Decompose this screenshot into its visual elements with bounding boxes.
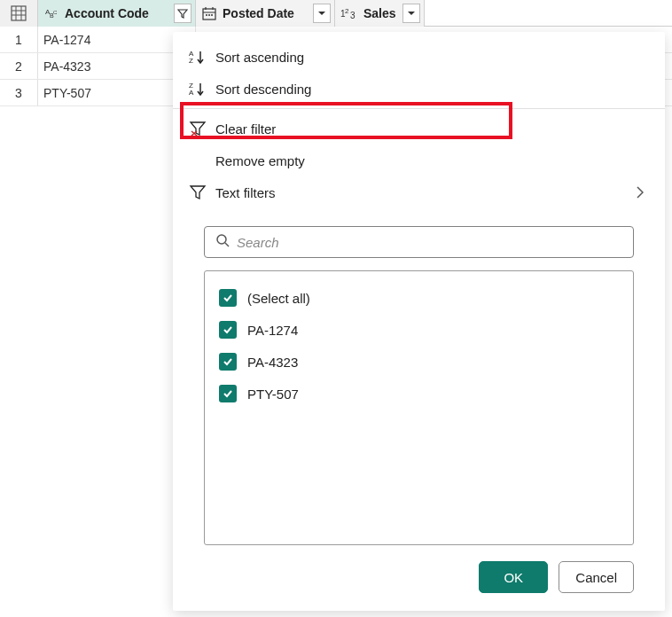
date-type-icon [201, 5, 217, 21]
clear-filter-item[interactable]: Clear filter [173, 113, 665, 144]
caret-down-icon [317, 11, 326, 16]
header-row: A B C Account Code [0, 0, 672, 27]
filter-item-label: (Select all) [247, 291, 310, 306]
filter-item-select-all[interactable]: (Select all) [214, 282, 624, 314]
cancel-button[interactable]: Cancel [559, 561, 634, 593]
column-label: Account Code [65, 6, 171, 20]
row-number: 3 [0, 80, 38, 105]
search-icon [215, 233, 230, 251]
text-type-icon: A B C [43, 5, 59, 21]
dialog-buttons: OK Cancel [173, 545, 665, 611]
column-header-account-code[interactable]: A B C Account Code [38, 0, 196, 27]
remove-empty-item[interactable]: Remove empty [173, 144, 665, 176]
filter-item-label: PTY-507 [247, 387, 299, 402]
checkbox-checked[interactable] [219, 385, 237, 402]
filter-icon [189, 184, 215, 200]
filter-item[interactable]: PA-1274 [214, 314, 624, 346]
filter-dropdown-panel: A Z Sort ascending Z A Sort descending [173, 32, 665, 611]
checkbox-checked[interactable] [219, 353, 237, 371]
menu-label: Remove empty [215, 153, 649, 168]
sort-ascending-item[interactable]: A Z Sort ascending [173, 41, 665, 73]
svg-line-27 [225, 243, 229, 246]
sort-ascending-icon: A Z [189, 49, 215, 65]
sort-descending-icon: Z A [189, 81, 215, 97]
row-number: 1 [0, 27, 38, 52]
filter-item-label: PA-1274 [247, 323, 298, 338]
select-all-cell[interactable] [0, 0, 38, 27]
check-icon [223, 388, 233, 399]
svg-text:A: A [189, 89, 194, 97]
svg-rect-0 [12, 6, 26, 20]
row-number: 2 [0, 53, 38, 79]
svg-point-12 [206, 14, 207, 16]
column-header-posted-date[interactable]: Posted Date [196, 0, 335, 27]
search-input[interactable] [237, 235, 622, 250]
column-label: Posted Date [223, 6, 310, 20]
filter-item[interactable]: PA-4323 [214, 346, 624, 378]
filter-icon [177, 8, 188, 19]
check-icon [223, 293, 233, 303]
column-dropdown-button[interactable] [402, 4, 420, 23]
column-dropdown-button[interactable] [313, 4, 331, 23]
svg-text:2: 2 [345, 7, 349, 15]
filter-item[interactable]: PTY-507 [214, 378, 624, 410]
chevron-right-icon [631, 186, 649, 199]
filter-values-list: (Select all) PA-1274 PA-4323 [204, 270, 634, 545]
sort-descending-item[interactable]: Z A Sort descending [173, 73, 665, 105]
menu-label: Clear filter [215, 121, 649, 137]
column-filter-button[interactable] [174, 4, 191, 23]
check-icon [223, 324, 233, 335]
svg-point-14 [211, 14, 213, 16]
caret-down-icon [407, 11, 416, 16]
table-icon [11, 5, 27, 21]
checkbox-checked[interactable] [219, 321, 237, 339]
menu-label: Sort ascending [215, 50, 649, 65]
ok-button[interactable]: OK [479, 561, 548, 593]
text-filters-item[interactable]: Text filters [173, 176, 665, 208]
svg-text:Z: Z [189, 57, 193, 65]
search-box[interactable] [204, 226, 634, 258]
menu-label: Text filters [215, 185, 631, 200]
menu-divider [173, 108, 665, 109]
menu-label: Sort descending [215, 82, 649, 97]
check-icon [223, 356, 233, 367]
clear-filter-icon [189, 121, 215, 137]
column-header-sales[interactable]: 1 2 3 Sales [335, 0, 425, 27]
svg-text:3: 3 [350, 11, 356, 20]
filter-item-label: PA-4323 [247, 355, 298, 370]
svg-text:C: C [53, 10, 58, 15]
column-label: Sales [363, 6, 400, 20]
checkbox-checked[interactable] [219, 289, 237, 307]
svg-point-26 [217, 235, 226, 244]
number-type-icon: 1 2 3 [340, 6, 358, 20]
svg-point-13 [208, 14, 210, 16]
